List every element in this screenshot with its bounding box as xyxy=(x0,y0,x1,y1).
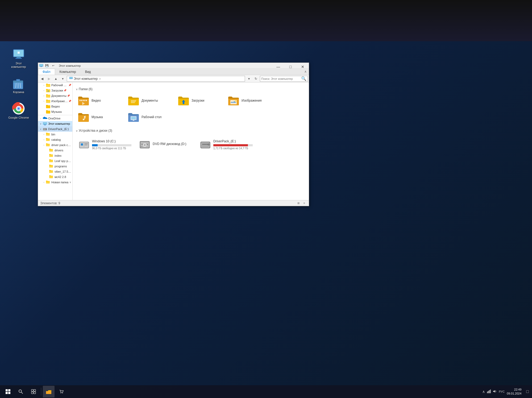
collapse-arrow: ∨ xyxy=(69,181,71,184)
svg-rect-64 xyxy=(202,144,209,145)
nav-item-programs[interactable]: programs xyxy=(38,164,72,169)
volume-icon[interactable] xyxy=(492,389,497,395)
top-dark-area xyxy=(0,0,532,41)
drive-item-d[interactable]: DVD RW дисковод (D:) xyxy=(136,135,195,154)
expand-icon: › xyxy=(39,117,42,120)
explorer-taskbar-btn[interactable] xyxy=(43,386,55,397)
details-view-btn[interactable]: ⊞ xyxy=(296,201,301,206)
svg-rect-74 xyxy=(31,392,33,394)
nav-item-new-folder[interactable]: › Новая папка ∨ xyxy=(38,180,72,185)
tab-computer[interactable]: Компьютер xyxy=(55,69,81,75)
up-btn[interactable]: ▲ xyxy=(53,76,59,82)
desktop-icon-chrome[interactable]: Google Chrome xyxy=(8,102,29,119)
tray-up-icon[interactable]: ∧ xyxy=(482,389,485,394)
forward-btn[interactable]: ▶ xyxy=(46,76,52,82)
nav-item-driverpack[interactable]: ∨ DriverPack_(E:) xyxy=(38,126,72,132)
nav-item-bin[interactable]: › bin xyxy=(38,132,72,137)
quick-undo-btn[interactable]: ↩ xyxy=(50,63,56,68)
nav-item-mc42[interactable]: мс42 2.8 xyxy=(38,174,72,180)
desktop-icon-computer[interactable]: Этот компьютер xyxy=(8,48,29,69)
nav-label: DriverPack_(E:) xyxy=(48,127,69,131)
nav-item-images[interactable]: › Изображени... 📌 xyxy=(38,98,72,104)
language-indicator[interactable]: РУС xyxy=(498,389,505,394)
desktop-icon-recycle[interactable]: Корзина xyxy=(8,77,29,94)
svg-point-78 xyxy=(62,393,63,393)
expand-icon xyxy=(45,175,49,179)
refresh-btn[interactable]: ↻ xyxy=(253,76,259,82)
back-btn[interactable]: ◀ xyxy=(39,76,45,82)
svg-point-42 xyxy=(235,100,236,102)
nav-label: Музыка xyxy=(51,110,62,113)
folder-item-desktop[interactable]: Рабочий стол xyxy=(126,110,174,125)
store-taskbar-btn[interactable] xyxy=(56,386,67,397)
video-folder-icon xyxy=(78,96,89,106)
onedrive-icon xyxy=(43,117,47,120)
address-path[interactable]: Этот компьютер › xyxy=(67,76,245,82)
folder-item-video[interactable]: Видео xyxy=(76,94,124,108)
svg-rect-8 xyxy=(17,80,20,81)
e-drive-name: DriverPack_(E:) xyxy=(213,139,253,143)
tab-file[interactable]: Файл xyxy=(38,69,55,75)
nav-label: Рабочий сто... xyxy=(51,84,68,87)
nav-item-viber[interactable]: viber_17.5.1.2 xyxy=(38,169,72,174)
nav-item-leaf-spy[interactable]: Leaf spy pro inst xyxy=(38,158,72,164)
nav-item-this-pc[interactable]: ∨ Этот компьютер xyxy=(38,121,72,126)
folder-item-images[interactable]: Изображения xyxy=(226,94,274,108)
folder-icon xyxy=(49,148,53,152)
svg-rect-79 xyxy=(487,392,488,393)
task-view-button[interactable] xyxy=(28,386,39,397)
nav-item-downloads[interactable]: › Загрузки 📌 xyxy=(38,88,72,93)
nav-item-drivers[interactable]: drivers xyxy=(38,148,72,153)
expand-icon: ∨ xyxy=(39,127,42,131)
c-drive-space: 96,0 ГБ свободно из 111 ГБ xyxy=(92,147,131,150)
drive-item-c[interactable]: Windows 10 (C:) 96,0 ГБ свободно из 111 … xyxy=(76,135,134,154)
svg-rect-2 xyxy=(16,57,21,58)
folder-item-documents[interactable]: Документы xyxy=(126,94,174,108)
search-input[interactable] xyxy=(261,77,301,80)
notification-icon[interactable]: □ xyxy=(525,388,530,395)
folder-icon xyxy=(49,175,53,179)
svg-rect-26 xyxy=(44,125,46,125)
nav-item-documents[interactable]: › Документы 📌 xyxy=(38,93,72,98)
folders-grid: Видео xyxy=(76,94,306,125)
folder-name: Рабочий стол xyxy=(142,115,161,119)
nav-item-onedrive[interactable]: › OneDrive xyxy=(38,116,72,121)
c-drive-info: Windows 10 (C:) 96,0 ГБ свободно из 111 … xyxy=(92,139,131,150)
nav-item-driver-pack-net[interactable]: › driver pack сеть xyxy=(38,142,72,148)
nav-label: OneDrive xyxy=(48,117,60,120)
clock[interactable]: 22:49 09.01.2024 xyxy=(507,388,521,396)
maximize-btn[interactable]: □ xyxy=(284,63,297,71)
nav-pane: › Рабочий сто... 📌 › Загрузки 📌 xyxy=(38,82,73,200)
folder-item-downloads[interactable]: Загрузки xyxy=(176,94,224,108)
svg-point-15 xyxy=(18,107,20,110)
section-chevron: ∨ xyxy=(76,88,78,91)
svg-rect-46 xyxy=(131,117,136,119)
list-view-btn[interactable]: ≡ xyxy=(302,201,307,206)
expand-icon xyxy=(45,154,49,157)
nav-item-desktop[interactable]: › Рабочий сто... 📌 xyxy=(38,82,72,88)
nav-item-index[interactable]: index xyxy=(38,153,72,158)
svg-rect-34 xyxy=(86,100,87,101)
folder-icon xyxy=(46,83,50,87)
address-dropdown-btn[interactable]: ▾ xyxy=(246,76,252,82)
recent-locations-btn[interactable]: ▾ xyxy=(60,76,66,82)
drive-item-e[interactable]: DriverPack_(E:) 1,71 ГБ свободно из 14,7… xyxy=(197,135,256,154)
items-count: Элементов: 9 xyxy=(40,201,60,205)
nav-item-video[interactable]: Видео xyxy=(38,104,72,109)
search-button[interactable] xyxy=(15,386,27,397)
minimize-btn[interactable]: — xyxy=(272,63,284,71)
search-icon: 🔍 xyxy=(301,76,306,81)
quick-save-btn[interactable]: 💾 xyxy=(44,63,50,68)
folder-icon xyxy=(49,154,53,157)
recycle-bin-icon xyxy=(12,77,25,89)
network-icon[interactable] xyxy=(487,389,491,395)
close-btn[interactable]: ✕ xyxy=(297,63,309,71)
nav-item-music[interactable]: Музыка xyxy=(38,109,72,114)
nav-item-catalog[interactable]: › catalog xyxy=(38,137,72,142)
quick-toolbar: 💾 ↩ Этот компьютер — □ ✕ xyxy=(38,63,309,69)
folder-icon xyxy=(46,138,50,142)
tab-view[interactable]: Вид xyxy=(81,69,95,75)
start-button[interactable] xyxy=(2,386,14,397)
nav-label: мс42 2.8 xyxy=(55,175,66,179)
folder-item-music[interactable]: Музыка xyxy=(76,110,124,125)
